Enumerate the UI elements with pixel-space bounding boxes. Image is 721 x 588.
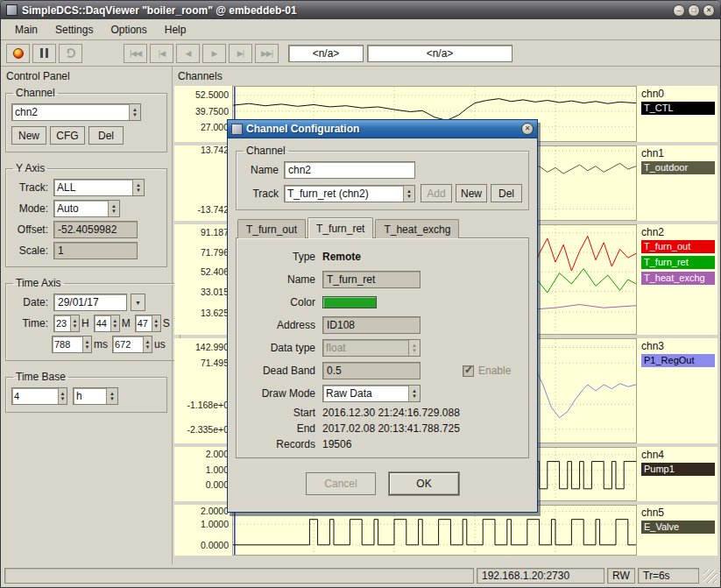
skip-first-button[interactable]: |◀◀ (124, 44, 147, 63)
close-button-icon[interactable]: ✕ (703, 4, 715, 17)
micros-spinner[interactable]: 672 (112, 336, 152, 353)
channel-select[interactable]: chn2 (11, 103, 141, 121)
records-label: Records (242, 438, 315, 450)
menu-options[interactable]: Options (102, 21, 155, 39)
channel-labels-chn5: chn5E_Valve (637, 505, 717, 556)
mode-indicator: RW (607, 568, 635, 584)
track-name-field[interactable]: T_furn_ret (322, 271, 421, 288)
channel-id-label: chn2 (641, 226, 716, 238)
track-new-button[interactable]: New (456, 184, 487, 202)
step-forward-button[interactable]: ▶ (202, 44, 226, 63)
minimize-button-icon[interactable]: – (673, 4, 685, 17)
maximize-button-icon[interactable]: □ (688, 4, 700, 17)
color-swatch[interactable] (322, 296, 377, 308)
menu-bar: Main Settings Options Help (1, 19, 720, 40)
skip-forward-button[interactable]: ▶| (229, 44, 252, 63)
track-add-button[interactable]: Add (421, 184, 452, 202)
track-del-button[interactable]: Del (491, 184, 522, 202)
pause-button[interactable] (32, 44, 56, 63)
spinner-arrows-icon[interactable] (132, 180, 144, 195)
seconds-spinner[interactable]: 47 (135, 315, 161, 332)
spinner-arrows-icon[interactable] (110, 315, 119, 331)
spinner-arrows-icon[interactable] (58, 388, 67, 404)
skip-last-button[interactable]: ▶▶| (255, 44, 279, 63)
y-axis-ticks-chn4: 2.0001.0000.000 (174, 447, 232, 501)
range-field[interactable]: <n/a> (367, 45, 512, 62)
spinner-arrows-icon[interactable] (82, 337, 91, 352)
skip-last-icon: ▶▶| (261, 49, 272, 58)
dialog-close-button[interactable] (521, 123, 534, 135)
address-field[interactable]: ID108 (322, 316, 421, 334)
ok-button[interactable]: OK (389, 472, 459, 495)
dialog-track-select[interactable]: T_furn_ret (chn2) (284, 185, 415, 202)
millis-spinner[interactable]: 788 (52, 336, 92, 353)
menu-main[interactable]: Main (6, 21, 46, 39)
start-value: 2016.12.30 21:24:16.729.088 (322, 407, 460, 419)
skip-back-button[interactable]: |◀ (150, 44, 173, 63)
toolbar: |◀◀ |◀ ◀ ▶ ▶| ▶▶| <n/a> <n/a> (1, 40, 720, 67)
seconds-unit: S (163, 317, 170, 329)
channel-id-label: chn4 (641, 449, 716, 461)
menu-settings[interactable]: Settings (46, 21, 102, 39)
position-field[interactable]: <n/a> (288, 45, 364, 62)
offset-field[interactable]: -52.4059982 (53, 221, 138, 238)
record-icon (13, 48, 24, 59)
micros-value: 672 (113, 337, 143, 352)
spinner-arrows-icon[interactable] (403, 186, 414, 202)
skip-back-icon: |◀ (159, 49, 165, 58)
time-base-value: 4 (12, 388, 58, 404)
channel-id-label: chn0 (641, 88, 716, 100)
window-titlebar[interactable]: SimpleDCS::DaqViewer "boiler_room" @ emb… (1, 1, 720, 19)
time-base-group-label: Time Base (13, 371, 68, 383)
series-label: P1_RegOut (641, 354, 715, 367)
track-settings-panel: Type Remote Name T_furn_ret Color Addres… (236, 237, 529, 458)
spinner-arrows-icon[interactable] (70, 315, 79, 331)
scale-field[interactable]: 1 (53, 242, 138, 259)
millis-unit: ms (94, 338, 108, 351)
spinner-arrows-icon[interactable] (129, 104, 140, 120)
time-base-unit-value: h (74, 388, 106, 404)
drawmode-select[interactable]: Raw Data (322, 385, 421, 402)
series-label: T_furn_out (641, 240, 715, 253)
enable-checkbox[interactable] (463, 365, 474, 377)
spinner-arrows-icon[interactable] (108, 201, 119, 216)
y-axis-group-label: Y Axis (13, 162, 47, 174)
datatype-label: Data type (242, 342, 315, 354)
time-base-spinner[interactable]: 4 (11, 387, 67, 405)
mode-select[interactable]: Auto (53, 200, 120, 217)
track-select[interactable]: ALL (53, 179, 145, 196)
tab-t-furn-ret[interactable]: T_furn_ret (307, 217, 373, 238)
refresh-button[interactable] (59, 44, 82, 63)
date-field[interactable]: 29/01/17 (53, 294, 127, 311)
series-label: T_heat_exchg (641, 272, 715, 285)
cancel-button[interactable]: Cancel (306, 472, 376, 495)
menu-help[interactable]: Help (156, 21, 195, 39)
spinner-arrows-icon[interactable] (408, 386, 420, 401)
deadband-field[interactable]: 0.5 (322, 362, 421, 379)
channel-id-label: chn1 (641, 147, 716, 159)
time-base-group: Time Base 4 h (5, 371, 167, 413)
seconds-value: 47 (136, 315, 152, 331)
tab-t-furn-out[interactable]: T_furn_out (237, 219, 306, 238)
app-icon (6, 4, 18, 16)
dialog-titlebar[interactable]: Channel Configuration (228, 120, 537, 138)
step-back-button[interactable]: ◀ (176, 44, 200, 63)
datatype-value: float (323, 340, 408, 356)
spinner-arrows-icon[interactable] (152, 315, 160, 331)
dialog-icon (231, 124, 243, 135)
cfg-channel-button[interactable]: CFG (50, 126, 85, 145)
time-base-unit-select[interactable]: h (73, 387, 118, 405)
date-dropdown-button[interactable] (131, 294, 145, 311)
minutes-spinner[interactable]: 44 (94, 315, 120, 332)
y-axis-group: Y Axis Track: ALL Mode: Auto Of (5, 162, 167, 267)
tab-t-heat-exchg[interactable]: T_heat_exchg (375, 219, 459, 238)
hours-spinner[interactable]: 23 (53, 315, 80, 332)
del-channel-button[interactable]: Del (88, 126, 124, 145)
record-button[interactable] (6, 44, 30, 63)
spinner-arrows-icon[interactable] (106, 388, 117, 404)
new-channel-button[interactable]: New (11, 126, 46, 145)
end-value: 2017.02.08 20:13:41.788.725 (322, 422, 460, 435)
resize-grip[interactable] (703, 570, 717, 583)
dialog-name-field[interactable]: chn2 (284, 161, 415, 179)
spinner-arrows-icon[interactable] (143, 337, 152, 352)
